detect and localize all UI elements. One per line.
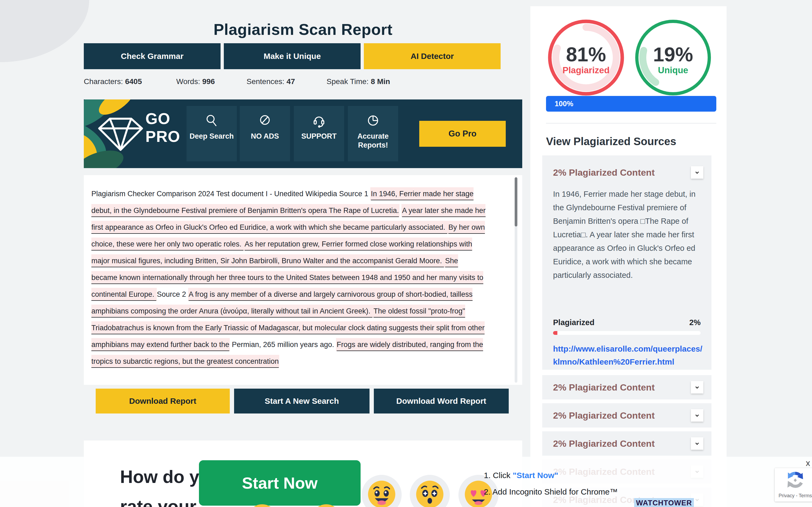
corner-decoration [0, 0, 89, 62]
no-ads-icon [257, 113, 272, 128]
promo-instruction-1: 1. Click "Start Now" [484, 471, 558, 480]
feature-deep-search: Deep Search [186, 106, 237, 161]
recaptcha-icon [785, 470, 805, 490]
source-card-collapsed: 2% Plagiarized Content [542, 431, 711, 456]
source-url-link[interactable]: http://www.elisarolle.com/queerplaces/kl… [553, 342, 704, 369]
report-scrollbar-thumb[interactable] [515, 177, 518, 226]
diamond-icon [96, 116, 145, 152]
go-pro-button[interactable]: Go Pro [419, 121, 506, 147]
source-card-heading: 2% Plagiarized Content [553, 403, 655, 428]
source-card-heading: 2% Plagiarized Content [553, 375, 655, 399]
plagiarized-percentage: 81% [545, 43, 627, 66]
chevron-down-icon [694, 412, 701, 419]
expand-source-button[interactable] [691, 381, 703, 393]
report-scrollbar[interactable] [515, 177, 518, 383]
source-card-collapsed: 2% Plagiarized Content [542, 403, 711, 428]
source-meter-label: Plagiarized [553, 318, 594, 327]
grin-emoji-icon [366, 478, 398, 507]
pie-chart-icon [366, 113, 381, 128]
promo-instruction-2: 2. Add Incognito Shield for Chrome™ [484, 487, 618, 497]
plagiarized-donut: 81% Plagiarized [545, 17, 627, 98]
feature-label: NO ADS [251, 132, 279, 141]
scan-progress-value: 100% [555, 100, 573, 108]
watchtower-logo: WATCHTOWER [634, 498, 694, 507]
search-icon [204, 113, 219, 128]
start-now-button[interactable]: Start Now [199, 460, 361, 506]
unique-percentage: 19% [633, 43, 714, 66]
page-title: Plagiarism Scan Report [84, 20, 522, 38]
feature-label: Accurate Reports! [348, 132, 398, 150]
source-meter-value: 2% [689, 318, 701, 327]
download-report-button[interactable]: Download Report [96, 389, 230, 413]
scan-progress-bar: 100% [546, 96, 716, 112]
go-pro-brand: GO PRO [146, 110, 180, 146]
report-text: Plagiarism Checker Comparison 2024 Test … [91, 185, 509, 370]
make-it-unique-button[interactable]: Make it Unique [224, 43, 361, 69]
recaptcha-privacy-terms[interactable]: Privacy - Terms [775, 493, 812, 499]
start-now-link-text[interactable]: "Start Now" [513, 471, 558, 480]
collapse-source-button[interactable] [691, 166, 703, 179]
source-card-expanded: 2% Plagiarized Content In 1946, Ferrier … [542, 155, 711, 370]
feature-support: SUPPORT [294, 106, 344, 161]
headset-icon [311, 113, 327, 128]
report-text-panel: Plagiarism Checker Comparison 2024 Test … [84, 175, 522, 385]
start-new-search-button[interactable]: Start A New Search [234, 389, 370, 413]
feature-no-ads: NO ADS [240, 106, 290, 161]
sources-heading: View Plagiarized Sources [546, 135, 676, 148]
report-plain-text: Permian, 265 million years ago. [230, 338, 336, 351]
results-sidebar: 81% Plagiarized 19% Unique 100% View Pla… [530, 6, 726, 507]
plagiarized-label: Plagiarized [545, 65, 627, 75]
feature-label: SUPPORT [302, 132, 337, 141]
stat-speak-time: Speak Time:8 Min [327, 77, 390, 86]
expand-source-button[interactable] [691, 409, 703, 421]
plagiarism-report-page: Plagiarism Scan Report Check Grammar Mak… [0, 0, 812, 507]
overlay-close-button[interactable]: x [804, 458, 812, 468]
check-grammar-button[interactable]: Check Grammar [84, 43, 221, 69]
stat-characters: Characters:6405 [84, 77, 142, 86]
expand-source-button[interactable] [691, 437, 703, 450]
sidebar-divider [546, 123, 716, 123]
report-plain-text: Source 2 [157, 288, 188, 301]
unique-label: Unique [633, 65, 714, 75]
source-card-collapsed: 2% Plagiarized Content [542, 375, 711, 399]
chevron-down-icon [694, 384, 701, 391]
source-meter-bar [553, 331, 701, 335]
download-word-report-button[interactable]: Download Word Report [374, 389, 509, 413]
source-meter-fill [553, 331, 557, 335]
source-card-heading: 2% Plagiarized Content [553, 167, 655, 178]
unique-donut: 19% Unique [633, 17, 714, 98]
starstruck-emoji-icon [414, 478, 446, 507]
go-pro-banner: GO PRO Deep Search NO ADS [84, 100, 522, 168]
rating-question-line2: rate your [120, 496, 196, 507]
source-card-heading: 2% Plagiarized Content [553, 431, 655, 456]
chevron-down-icon [694, 440, 701, 447]
ai-detector-button[interactable]: AI Detector [364, 43, 501, 69]
feature-accurate-reports: Accurate Reports! [348, 106, 398, 161]
chevron-down-icon [694, 169, 701, 176]
stat-sentences: Sentences:47 [247, 77, 295, 86]
rating-emoji-starstruck[interactable] [410, 475, 450, 507]
report-plain-text: Plagiarism Checker Comparison 2024 Test … [91, 187, 370, 200]
rating-emoji-grin[interactable] [362, 475, 402, 507]
recaptcha-badge[interactable]: Privacy - Terms [775, 468, 812, 502]
source-excerpt: In 1946, Ferrier made her stage debut, i… [553, 187, 702, 282]
stat-words: Words:996 [176, 77, 215, 86]
source-meter-row: Plagiarized 2% [553, 318, 701, 327]
feature-label: Deep Search [190, 132, 234, 141]
